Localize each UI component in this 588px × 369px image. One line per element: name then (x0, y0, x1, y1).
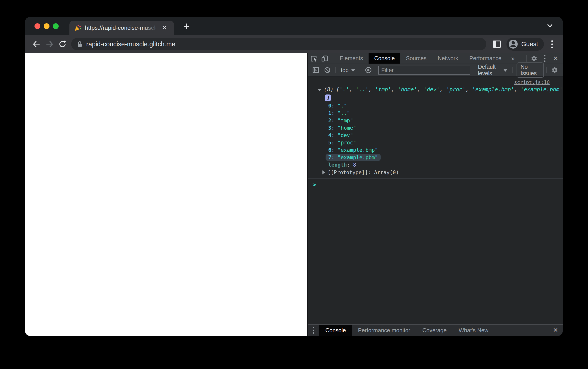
sidebar-toggle-icon (312, 67, 319, 73)
browser-menu-button[interactable] (547, 38, 557, 50)
divider (512, 67, 513, 73)
console-toolbar: top Default levels No Issues (308, 64, 563, 77)
profile-label: Guest (521, 41, 538, 48)
issues-counter-button[interactable]: No Issues (517, 62, 544, 78)
devtools-close-button[interactable]: ✕ (550, 53, 561, 64)
source-link[interactable]: script.js:10 (514, 80, 550, 85)
divider (546, 67, 547, 73)
tab-network[interactable]: Network (432, 53, 464, 64)
drawer-close-button[interactable]: ✕ (548, 325, 563, 336)
inspect-cursor-icon (311, 55, 317, 62)
back-button[interactable] (30, 38, 43, 51)
log-levels-label: Default levels (478, 64, 502, 77)
browser-tab[interactable]: https://rapid-concise-muscle.g ✕ (70, 20, 174, 35)
array-item-row-highlighted: 7: "example.pbm" (308, 154, 563, 161)
array-item-row: 0: "." (308, 102, 563, 110)
divider (527, 55, 527, 62)
divider (335, 67, 336, 73)
minimize-window-button[interactable] (44, 23, 50, 29)
devtools-menu-button[interactable] (539, 53, 550, 64)
tab-sources[interactable]: Sources (400, 53, 432, 64)
forward-button[interactable] (43, 38, 56, 51)
browser-toolbar: rapid-concise-muscle.glitch.me Guest (25, 35, 563, 53)
party-popper-icon (74, 24, 81, 32)
array-preview: (8)['.', '..', 'tmp', 'home', 'dev', 'pr… (308, 85, 563, 94)
divider (332, 55, 332, 62)
inspect-element-button[interactable] (309, 53, 319, 64)
prototype-row: [[Prototype]]: Array(0) (308, 169, 563, 176)
gear-icon (551, 67, 558, 73)
console-output: script.js:10 (8)['.', '..', 'tmp', 'home… (308, 77, 563, 324)
device-toolbar-icon (321, 55, 328, 62)
array-item-row: 5: "proc" (308, 139, 563, 146)
divider (360, 67, 360, 73)
page-content[interactable] (25, 53, 307, 336)
array-item-row: 4: "dev" (308, 132, 563, 139)
drawer-tab-coverage[interactable]: Coverage (416, 325, 453, 336)
device-toolbar-button[interactable] (319, 53, 330, 64)
kebab-menu-icon (544, 55, 546, 62)
tab-strip: https://rapid-concise-muscle.g ✕ + (25, 17, 563, 35)
context-selector[interactable]: top (341, 67, 349, 73)
tab-performance[interactable]: Performance (464, 53, 507, 64)
avatar-icon (508, 39, 518, 49)
drawer-tab-whats-new[interactable]: What's New (453, 325, 495, 336)
clear-console-icon (324, 67, 331, 73)
tab-elements[interactable]: Elements (334, 53, 369, 64)
prompt-chevron-icon: > (313, 181, 316, 188)
evaluated-info-row: i (308, 94, 563, 102)
close-window-button[interactable] (34, 23, 40, 29)
chevron-down-icon (504, 69, 507, 72)
lock-icon (77, 41, 82, 48)
devtools-settings-button[interactable] (529, 53, 539, 64)
side-panel-icon (492, 40, 501, 49)
collapse-triangle-icon[interactable] (317, 89, 322, 91)
chevron-down-icon (351, 69, 355, 72)
drawer-tab-performance-monitor[interactable]: Performance monitor (352, 325, 416, 336)
tab-console[interactable]: Console (369, 53, 400, 64)
tab-search-chevron-down-icon[interactable] (546, 23, 554, 29)
traffic-lights (34, 17, 59, 35)
zoom-window-button[interactable] (53, 23, 59, 29)
gear-icon (531, 55, 537, 62)
drawer-menu-button[interactable] (308, 325, 319, 336)
new-tab-button[interactable]: + (179, 17, 194, 35)
more-tabs-button[interactable]: » (507, 55, 519, 62)
console-filter-input[interactable] (378, 66, 470, 75)
address-bar[interactable]: rapid-concise-muscle.glitch.me (71, 38, 486, 50)
console-settings-button[interactable] (549, 64, 560, 76)
close-icon: ✕ (553, 55, 558, 62)
array-length-row: length: 8 (308, 161, 563, 169)
side-panel-button[interactable] (491, 38, 503, 50)
url-text: rapid-concise-muscle.glitch.me (86, 41, 175, 48)
kebab-menu-icon (313, 327, 314, 334)
reload-button[interactable] (56, 38, 69, 51)
devtools-drawer: Console Performance monitor Coverage Wha… (308, 324, 563, 336)
profile-button[interactable]: Guest (507, 38, 544, 51)
log-levels-dropdown[interactable]: Default levels (476, 64, 509, 77)
array-item-row: 6: "example.bmp" (308, 146, 563, 154)
console-sidebar-toggle-button[interactable] (310, 64, 321, 76)
console-prompt[interactable]: > (308, 179, 563, 188)
browser-window: https://rapid-concise-muscle.g ✕ + (25, 17, 563, 336)
tab-close-icon[interactable]: ✕ (162, 25, 167, 31)
live-expression-button[interactable] (363, 64, 374, 76)
array-item-row: 1: ".." (308, 110, 563, 117)
tab-title-wrap: https://rapid-concise-muscle.g (85, 24, 159, 31)
expand-triangle-icon[interactable] (323, 170, 325, 174)
close-icon: ✕ (553, 327, 558, 333)
console-message-source: script.js:10 (308, 77, 563, 85)
array-item-row: 3: "home" (308, 124, 563, 132)
clear-console-button[interactable] (322, 64, 333, 76)
drawer-tab-console[interactable]: Console (319, 325, 352, 336)
array-item-row: 2: "tmp" (308, 117, 563, 124)
info-icon[interactable]: i (325, 94, 331, 101)
tab-title-fade (143, 24, 159, 31)
devtools-panel: Elements Console Sources Network Perform… (307, 53, 563, 336)
eye-icon (365, 66, 372, 74)
